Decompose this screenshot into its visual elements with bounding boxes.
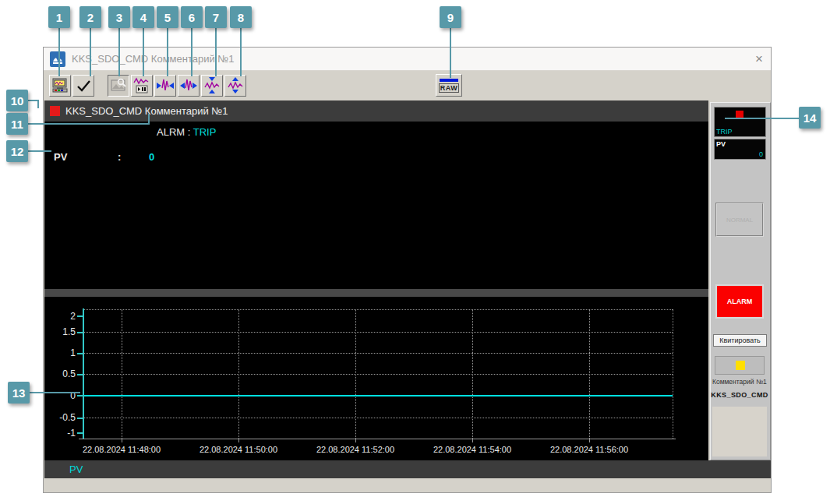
kks-tag-label: KKS_SDO_CMD xyxy=(711,391,768,399)
trend-compress-vertical-button[interactable] xyxy=(201,75,223,97)
callout-line xyxy=(28,123,150,125)
callout-line xyxy=(215,28,217,76)
x-tick xyxy=(472,439,473,442)
comment-indicator-box[interactable] xyxy=(715,356,765,375)
section-divider xyxy=(44,289,708,297)
y-tick xyxy=(77,332,83,333)
x-tick xyxy=(589,439,590,442)
callout-4: 4 xyxy=(132,6,154,28)
callout-line xyxy=(118,28,120,76)
trend-play-pause-button[interactable] xyxy=(131,75,153,97)
y-tick xyxy=(77,395,83,397)
trip-indicator-label: TRIP xyxy=(716,128,733,136)
callout-14: 14 xyxy=(799,107,821,129)
app-logo-icon xyxy=(50,51,65,70)
pv-value: 0 xyxy=(149,151,154,163)
x-tick-label: 22.08.2024 11:52:00 xyxy=(293,445,418,454)
y-tick xyxy=(77,315,83,317)
pv-trend-line xyxy=(84,395,673,397)
x-tick-label: 22.08.2024 11:54:00 xyxy=(410,445,535,454)
hgridline xyxy=(83,418,673,418)
acknowledge-button[interactable]: Квитировать xyxy=(713,334,767,347)
panel-footer xyxy=(712,407,767,456)
callout-line xyxy=(28,150,51,152)
hgridline xyxy=(83,353,673,354)
pv-value-box: PV 0 xyxy=(714,139,766,160)
comment-label: Комментарий №1 xyxy=(711,378,768,386)
trip-indicator-box: TRIP xyxy=(714,107,766,137)
callout-13: 13 xyxy=(8,382,30,404)
x-tick-label: 22.08.2024 11:56:00 xyxy=(527,445,652,454)
x-tick-label: 22.08.2024 11:50:00 xyxy=(176,445,301,454)
alarm-button[interactable]: ALARM xyxy=(715,284,764,319)
hgridline xyxy=(83,374,673,375)
callout-line xyxy=(167,28,168,76)
raw-button-label: RAW xyxy=(439,83,460,93)
raw-button[interactable]: RAW xyxy=(436,74,462,97)
tag-header-strip: KKS_SDO_CMD Комментарий №1 xyxy=(44,100,708,122)
callout-line xyxy=(450,28,451,78)
y-tick xyxy=(77,418,83,419)
y-tick-label: 1.5 xyxy=(48,326,76,337)
y-tick xyxy=(77,353,83,354)
faceplate-panel: TRIP PV 0 NORMAL ALARM Квитировать Комме… xyxy=(710,102,771,460)
trend-compress-horizontal-button[interactable] xyxy=(154,75,176,97)
callout-line xyxy=(143,28,144,76)
legend-pv-label: PV xyxy=(69,460,83,478)
callout-line xyxy=(240,28,242,76)
callout-2: 2 xyxy=(79,6,101,28)
hgridline xyxy=(83,332,673,333)
y-tick-label: 2 xyxy=(48,311,76,322)
y-tick-label: 1 xyxy=(48,347,76,358)
x-tick-label: 22.08.2024 11:48:00 xyxy=(59,445,184,454)
callout-10: 10 xyxy=(6,90,28,111)
y-tick xyxy=(77,432,83,434)
trend-expand-vertical-button[interactable] xyxy=(224,75,246,97)
status-display-area: ALRM : TRIP PV : 0 xyxy=(44,122,708,289)
callout-6: 6 xyxy=(181,6,203,28)
x-tick xyxy=(122,439,122,442)
callout-5: 5 xyxy=(157,6,178,28)
alrm-value: TRIP xyxy=(193,126,217,138)
pv-label: PV xyxy=(54,151,67,163)
trend-chart: 2 1.5 1 0.5 0 -0.5 -1 22.08.2024 11:48:0… xyxy=(44,297,708,460)
image-capture-button[interactable] xyxy=(108,75,129,97)
callout-line xyxy=(37,100,39,108)
y-tick-label: 0.5 xyxy=(48,368,76,379)
y-tick xyxy=(77,374,83,375)
callout-line xyxy=(725,118,799,119)
alrm-separator: : xyxy=(188,126,193,138)
pv-box-label: PV xyxy=(716,140,726,148)
plot-right-border xyxy=(673,309,673,439)
callout-line xyxy=(148,114,150,123)
callout-8: 8 xyxy=(230,6,252,28)
callout-line xyxy=(58,28,60,76)
yellow-square-icon xyxy=(736,361,745,370)
toolbar: RAW xyxy=(44,71,771,100)
trend-expand-horizontal-button[interactable] xyxy=(178,75,200,97)
callout-9: 9 xyxy=(440,6,461,28)
raw-button-bar xyxy=(440,79,458,82)
callout-11: 11 xyxy=(6,113,28,135)
callout-line xyxy=(90,28,91,76)
pv-box-value: 0 xyxy=(759,150,763,158)
y-tick-label: -1 xyxy=(48,428,76,439)
close-icon[interactable]: × xyxy=(755,48,763,71)
callout-line xyxy=(191,28,192,76)
x-tick xyxy=(238,439,239,442)
pv-separator: : xyxy=(118,151,121,163)
accept-button[interactable] xyxy=(72,75,94,97)
callout-1: 1 xyxy=(48,6,70,28)
print-screen-button[interactable] xyxy=(49,75,71,97)
callout-12: 12 xyxy=(6,140,28,162)
y-tick-label: -0.5 xyxy=(48,412,76,423)
alrm-status-row: ALRM : TRIP xyxy=(157,126,216,138)
alarm-state-square-icon xyxy=(50,106,60,116)
titlebar: KKS_SDO_CMD Комментарий №1 × xyxy=(44,48,771,71)
plot-top-border xyxy=(83,309,673,310)
window-title: KKS_SDO_CMD Комментарий №1 xyxy=(72,48,235,71)
normal-button[interactable]: NORMAL xyxy=(715,203,764,237)
legend-strip: PV xyxy=(44,460,771,478)
x-tick xyxy=(355,439,356,442)
callout-7: 7 xyxy=(205,6,227,28)
